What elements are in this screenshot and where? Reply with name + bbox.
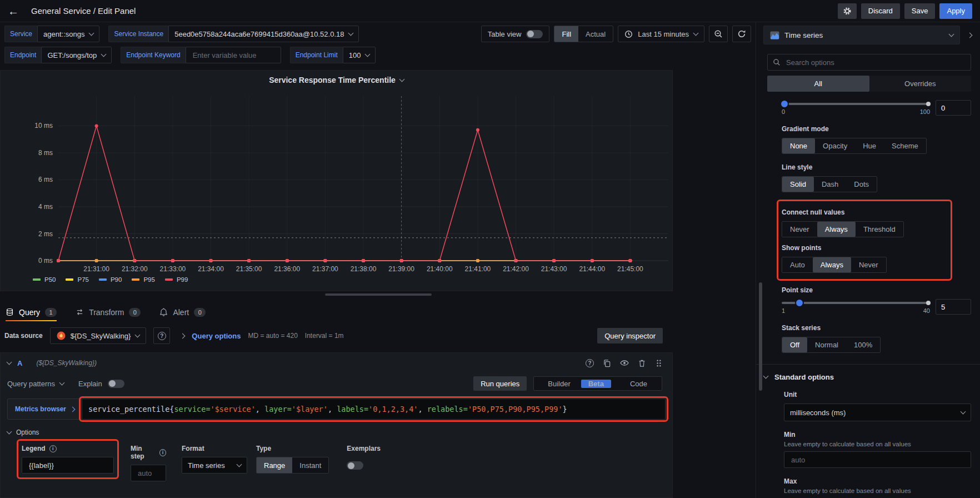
data-point (438, 259, 441, 262)
time-series-chart[interactable]: 0 ms2 ms4 ms6 ms8 ms10 ms21:31:0021:32:0… (1, 71, 672, 274)
legend-item-P90[interactable]: P90 (99, 276, 122, 283)
points-never-option[interactable]: Never (851, 257, 886, 272)
gradient-mode-label: Gradient mode (782, 125, 971, 133)
variable-endpoint-keyword: Endpoint Keyword (121, 47, 281, 63)
legend-item-P75[interactable]: P75 (66, 276, 88, 283)
min-input[interactable] (790, 455, 965, 465)
settings-button[interactable] (838, 3, 857, 19)
query-options-link[interactable]: Query options (192, 332, 241, 340)
instant-option[interactable]: Instant (292, 457, 328, 473)
point-size-slider[interactable] (782, 302, 930, 304)
variable-endpoint-value[interactable]: GET:/songs/top (41, 47, 112, 63)
stack-100-option[interactable]: 100% (846, 337, 880, 352)
save-button[interactable]: Save (904, 3, 936, 19)
query-expression-input[interactable]: service_percentile{service='$service', l… (82, 399, 666, 420)
unit-label: Unit (784, 391, 971, 399)
query-row-header[interactable]: A (${DS_SkyWalking}) ? (1, 353, 672, 373)
legend-input[interactable] (28, 461, 108, 470)
line-dash-option[interactable]: Dash (814, 177, 846, 192)
data-point (362, 259, 365, 262)
variable-service-value[interactable]: agent::songs (37, 26, 99, 42)
back-arrow-icon[interactable]: ← (8, 6, 19, 17)
variable-endpoint-limit-value[interactable]: 100 (343, 47, 376, 63)
duplicate-icon[interactable] (603, 359, 611, 367)
tab-query[interactable]: Query 1 (6, 303, 57, 321)
gradient-hue-option[interactable]: Hue (855, 138, 884, 153)
fill-option[interactable]: Fill (554, 26, 578, 42)
tab-transform[interactable]: Transform 0 (76, 303, 141, 321)
tab-all[interactable]: All (767, 76, 869, 92)
code-option[interactable]: Code (616, 377, 662, 390)
datasource-picker[interactable]: ${DS_SkyWalking} (50, 327, 147, 344)
legend-swatch (99, 278, 107, 281)
legend-item-P50[interactable]: P50 (33, 276, 56, 283)
x-tick-label: 21:44:00 (579, 265, 605, 273)
trash-icon[interactable] (638, 359, 646, 367)
points-always-option[interactable]: Always (813, 257, 851, 272)
explain-toggle[interactable] (108, 380, 124, 388)
range-option[interactable]: Range (257, 457, 292, 473)
actual-option[interactable]: Actual (578, 26, 613, 42)
gradient-none-option[interactable]: None (782, 138, 815, 153)
builder-option[interactable]: BuilderBeta (534, 377, 616, 390)
point-size-handle[interactable] (795, 298, 804, 307)
query-patterns-dropdown[interactable]: Query patterns (7, 380, 64, 388)
gear-icon (843, 7, 852, 16)
sidebar-collapse-button[interactable] (962, 33, 977, 37)
zoom-out-button[interactable] (709, 26, 728, 42)
clock-icon (624, 30, 633, 38)
gradient-opacity-option[interactable]: Opacity (815, 138, 855, 153)
fill-opacity-slider[interactable] (782, 103, 930, 105)
run-queries-button[interactable]: Run queries (473, 376, 527, 391)
exemplars-toggle[interactable] (347, 461, 363, 470)
line-style-group: Solid Dash Dots (782, 176, 877, 192)
help-icon[interactable]: ? (586, 359, 594, 367)
format-select[interactable]: Time series (182, 457, 247, 474)
discard-button[interactable]: Discard (861, 3, 900, 19)
unit-select[interactable]: milliseconds (ms) (784, 404, 971, 421)
point-size-value[interactable]: 5 (936, 299, 971, 315)
legend-item-P95[interactable]: P95 (132, 276, 154, 283)
x-tick-label: 21:45:00 (617, 265, 643, 273)
gradient-scheme-option[interactable]: Scheme (884, 138, 926, 153)
connect-never-option[interactable]: Never (782, 222, 817, 237)
endpoint-keyword-input[interactable] (192, 51, 275, 60)
time-range-picker[interactable]: Last 15 minutes (618, 26, 704, 42)
datasource-help-button[interactable]: ? (153, 327, 170, 344)
line-dots-option[interactable]: Dots (846, 177, 877, 192)
tab-alert[interactable]: Alert 0 (159, 303, 206, 321)
horizontal-scrollbar[interactable] (325, 293, 432, 296)
drag-handle-icon[interactable] (655, 359, 662, 367)
fill-opacity-value[interactable]: 0 (936, 100, 971, 116)
min-step-input[interactable] (137, 469, 160, 478)
data-point (209, 259, 213, 262)
refresh-button[interactable] (732, 26, 751, 42)
chevron-right-icon (70, 406, 76, 412)
stack-normal-option[interactable]: Normal (807, 337, 846, 352)
query-inspector-button[interactable]: Query inspector (597, 328, 663, 343)
fill-opacity-handle[interactable] (780, 99, 789, 108)
slider-min-label: 1 (782, 307, 785, 314)
table-view-toggle[interactable] (526, 30, 543, 38)
sidebar-scrollbar[interactable] (759, 282, 762, 391)
options-header[interactable]: Options (7, 429, 672, 436)
points-auto-option[interactable]: Auto (782, 257, 813, 272)
variable-service-instance-value[interactable]: 5eed0e5758a244aca6e7699415d360aa@10.52.0… (168, 26, 359, 42)
standard-options-header[interactable]: Standard options (764, 373, 980, 381)
query-toolbar-right: Run queries BuilderBeta Code (473, 376, 662, 391)
eye-icon[interactable] (620, 358, 629, 367)
connect-always-option[interactable]: Always (817, 222, 856, 237)
line-solid-option[interactable]: Solid (782, 177, 814, 192)
apply-button[interactable]: Apply (939, 3, 972, 19)
query-ref-id: A (17, 359, 22, 367)
tab-overrides[interactable]: Overrides (869, 76, 972, 92)
datasource-value: ${DS_SkyWalking} (71, 332, 131, 340)
connect-threshold-option[interactable]: Threshold (856, 222, 903, 237)
search-options-input[interactable] (785, 58, 966, 67)
panel-type-picker[interactable]: Time series (763, 26, 960, 44)
data-point (95, 259, 98, 262)
metrics-browser-button[interactable]: Metrics browser (7, 399, 82, 420)
x-tick-label: 21:37:00 (312, 265, 338, 273)
stack-off-option[interactable]: Off (782, 337, 807, 352)
legend-item-P99[interactable]: P99 (165, 276, 188, 283)
